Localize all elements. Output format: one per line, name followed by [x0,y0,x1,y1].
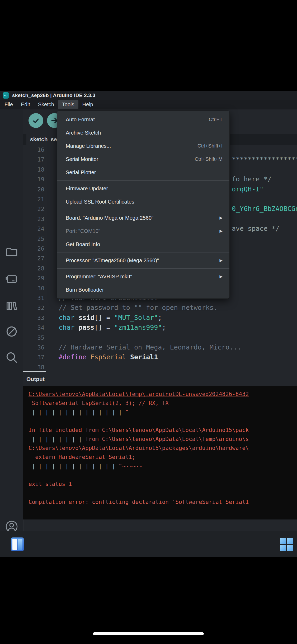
console-line: C:\Users\lenovo\AppData\Local\Temp\.ardu… [29,390,297,399]
menu-item-label: Auto Format [66,117,209,123]
tools-menu-item[interactable]: Archive Sketch [57,126,229,139]
boards-manager-icon[interactable] [5,272,18,286]
title-bar: ∞ sketch_sep26b | Arduino IDE 2.3.3 [0,91,297,100]
menu-item-label: Processor: "ATmega2560 (Mega 2560)" [66,257,219,264]
menu-item-label: Archive Sketch [66,130,223,136]
output-panel-header: Output [23,372,297,386]
menubar-item-help[interactable]: Help [78,100,97,109]
menu-item-shortcut: Ctrl+T [209,117,223,122]
menu-bar: FileEditSketchToolsHelp [0,100,297,109]
menu-item-label: Port: "COM10" [66,228,219,234]
line-number: 21 [23,196,44,203]
home-indicator[interactable] [93,632,204,635]
line-number: 19 [23,176,44,183]
menu-item-shortcut: Ctrl+Shift+M [195,156,223,162]
menu-item-label: Burn Bootloader [66,287,223,293]
submenu-arrow-icon: ▶ [219,229,223,233]
menu-item-label: Programmer: "AVRISP mkII" [66,274,219,280]
console-line [29,417,297,426]
search-icon[interactable] [5,351,18,364]
tools-menu-item[interactable]: Auto FormatCtrl+T [57,113,229,126]
menu-separator [57,252,229,252]
tools-menu-item[interactable]: Processor: "ATmega2560 (Mega 2560)"▶ [57,254,229,267]
line-number: 24 [23,226,44,232]
line-number: 17 [23,156,44,163]
menu-separator [57,180,229,181]
sketchbook-folder-icon[interactable] [5,245,18,259]
console-line: C:\Users\lenovo\AppData\Local\Arduino15\… [29,444,297,453]
verify-button[interactable] [29,113,43,128]
code-line: #define EspSerial Serial1 [59,353,158,361]
console-line: Compilation error: conflicting declarati… [29,498,297,507]
menubar-item-edit[interactable]: Edit [17,100,34,109]
console-line: extern HardwareSerial Serial1; [29,453,297,462]
tools-menu-item[interactable]: Port: "COM10"▶ [57,224,229,238]
tools-menu-item[interactable]: Serial MonitorCtrl+Shift+M [57,153,229,166]
console-line: SoftwareSerial EspSerial(2, 3); // RX, T… [29,399,297,408]
code-line: ave space */ [232,225,280,232]
debug-icon[interactable] [5,325,18,338]
submenu-arrow-icon: ▶ [219,258,223,263]
menu-item-label: Upload SSL Root Certificates [66,199,223,205]
tools-menu-item[interactable]: Upload SSL Root Certificates [57,195,229,208]
line-number: 26 [23,245,44,252]
submenu-arrow-icon: ▶ [219,215,223,220]
console-line: | | | | | | | | | | | | | | ^ [29,408,297,417]
tools-menu-item[interactable]: Firmware Updater [57,182,229,195]
console-line [29,471,297,480]
tools-menu-item[interactable]: Burn Bootloader [57,283,229,296]
activity-bar [0,109,23,531]
line-number: 29 [23,275,44,282]
output-console[interactable]: C:\Users\lenovo\AppData\Local\Temp\.ardu… [23,386,297,519]
line-number: 37 [23,354,44,361]
code-line: 0_Y6hr6_BbZAOBCGn [232,205,297,213]
line-number: 34 [23,324,44,331]
menubar-item-sketch[interactable]: Sketch [34,100,58,109]
tools-menu-item[interactable]: Manage Libraries...Ctrl+Shift+I [57,139,229,153]
windows-taskbar [0,531,297,557]
menu-item-label: Board: "Arduino Mega or Mega 2560" [66,215,219,221]
code-line: char pass[] = "zm11ans999"; [59,324,166,331]
tools-menu-popup: Auto FormatCtrl+TArchive SketchManage Li… [57,111,230,299]
code-line: orqQH-I" [232,185,263,193]
menu-separator [57,268,229,269]
menu-item-label: Serial Monitor [66,156,195,162]
tab-label: sketch_se [30,136,57,142]
line-number: 18 [23,166,44,173]
menubar-item-tools[interactable]: Tools [58,100,78,109]
menu-item-label: Manage Libraries... [66,143,197,149]
arduino-ide-window: ∞ sketch_sep26b | Arduino IDE 2.3.3 File… [0,91,297,531]
line-number: 30 [23,285,44,292]
windows-start-icon[interactable] [280,538,293,551]
line-number: 38 [23,364,44,371]
tools-menu-item[interactable]: Programmer: "AVRISP mkII"▶ [57,270,229,283]
line-number: 32 [23,305,44,311]
console-line: In file included from C:\Users\lenovo\Ap… [29,426,297,435]
console-line: | | | | | | | | | | | | | ^~~~~~~ [29,462,297,471]
line-number: 22 [23,206,44,212]
arduino-app-icon: ∞ [3,92,9,99]
menu-item-label: Firmware Updater [66,186,223,192]
line-number: 25 [23,236,44,242]
tools-menu-item[interactable]: Get Board Info [57,238,229,251]
line-number: 36 [23,344,44,351]
console-line: exit status 1 [29,480,297,489]
menu-item-label: Serial Plotter [66,169,223,176]
tools-menu-item[interactable]: Serial Plotter [57,166,229,179]
menu-item-label: Get Board Info [66,241,223,247]
code-line: char ssid[] = "MUT_Solar"; [59,314,162,321]
line-number: 35 [23,334,44,341]
tools-menu-item[interactable]: Board: "Arduino Mega or Mega 2560"▶ [57,211,229,224]
output-panel-title: Output [26,376,45,382]
code-line: // Set password to "" for open networks. [59,304,218,311]
code-line: // Hardware Serial on Mega, Leonardo, Mi… [59,343,241,351]
menubar-item-file[interactable]: File [1,100,17,109]
code-line: ********************** [232,155,297,163]
phone-screen: ∞ sketch_sep26b | Arduino IDE 2.3.3 File… [0,0,297,644]
library-manager-icon[interactable] [5,299,18,312]
line-number: 27 [23,255,44,262]
window-title: sketch_sep26b | Arduino IDE 2.3.3 [12,93,95,98]
tab-sketch[interactable]: sketch_se [26,134,61,145]
widgets-icon[interactable] [11,537,24,551]
line-number: 28 [23,265,44,272]
